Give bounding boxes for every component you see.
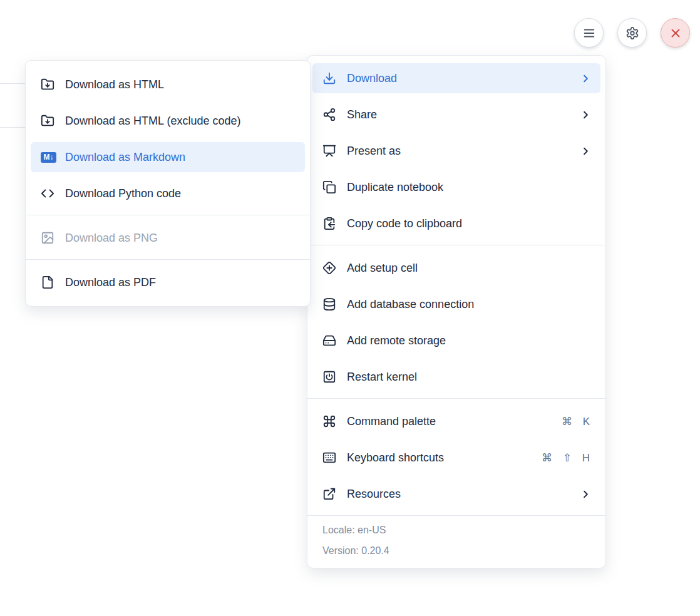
menu-item-label: Resources [347, 488, 580, 500]
menu-item-keyboard-shortcuts[interactable]: Keyboard shortcuts ⌘ ⇧ H [312, 443, 600, 473]
menu-item-resources[interactable]: Resources [312, 479, 600, 509]
settings-button[interactable] [617, 18, 647, 48]
menu-item-duplicate-notebook[interactable]: Duplicate notebook [312, 172, 600, 202]
menu-item-restart-kernel[interactable]: Restart kernel [312, 362, 600, 392]
chevron-right-icon [580, 73, 592, 85]
database-icon [322, 297, 336, 311]
menu-item-label: Present as [347, 145, 580, 157]
menu-item-label: Download as HTML (exclude code) [65, 115, 296, 126]
diamond-plus-icon [322, 261, 336, 275]
page-rule [0, 127, 26, 128]
menu-item-label: Restart kernel [347, 371, 592, 382]
page-rule [0, 83, 26, 84]
power-square-icon [322, 370, 336, 384]
menu-item-download-python-code[interactable]: Download Python code [31, 178, 305, 208]
menu-item-label: Share [347, 109, 580, 120]
menu-item-label: Add database connection [347, 299, 592, 310]
menu-item-download[interactable]: Download [312, 63, 600, 93]
external-link-icon [322, 487, 336, 501]
download-icon [322, 71, 336, 85]
menu-item-label: Download Python code [65, 188, 296, 199]
menu-item-add-setup-cell[interactable]: Add setup cell [312, 253, 600, 283]
chevron-right-icon [580, 488, 592, 500]
gear-icon [625, 26, 639, 40]
folder-down-icon [41, 114, 54, 128]
menu-button[interactable] [574, 18, 604, 48]
copy-icon [322, 180, 336, 194]
keyboard-icon [322, 451, 336, 465]
close-icon [669, 26, 682, 40]
code-icon [41, 187, 54, 200]
menu-item-download-pdf[interactable]: Download as PDF [31, 267, 305, 297]
menu-divider [307, 245, 605, 245]
menu-item-download-png[interactable]: Download as PNG [31, 223, 305, 253]
menu-item-label: Command palette [347, 416, 562, 427]
menu-item-add-database-connection[interactable]: Add database connection [312, 289, 600, 319]
image-icon [41, 231, 54, 245]
menu-item-download-html-exclude-code[interactable]: Download as HTML (exclude code) [31, 106, 305, 136]
share-icon [322, 108, 336, 121]
menu-item-command-palette[interactable]: Command palette ⌘ K [312, 406, 600, 436]
markdown-badge-icon: M↓ [41, 152, 56, 163]
close-button[interactable] [661, 18, 690, 48]
menu-item-label: Download [347, 73, 580, 84]
version-text: Version: 0.20.4 [322, 543, 590, 558]
menu-item-present-as[interactable]: Present as [312, 136, 600, 166]
command-icon [322, 414, 336, 428]
menu-item-label: Copy code to clipboard [347, 218, 592, 229]
file-icon [41, 275, 54, 289]
floating-toolbar [574, 18, 690, 48]
menu-item-download-markdown[interactable]: M↓ Download as Markdown [31, 142, 305, 172]
menu-item-label: Download as Markdown [65, 151, 296, 163]
menu-item-label: Add setup cell [347, 262, 592, 274]
menu-item-download-html[interactable]: Download as HTML [31, 69, 305, 100]
menu-footer: Locale: en-US Version: 0.20.4 [307, 515, 605, 567]
menu-item-add-remote-storage[interactable]: Add remote storage [312, 326, 600, 356]
menu-item-copy-code[interactable]: Copy code to clipboard [312, 208, 600, 239]
keyboard-shortcut-hint: ⌘ ⇧ H [542, 453, 592, 463]
menu-item-label: Download as PDF [65, 277, 296, 288]
menu-item-label: Duplicate notebook [347, 182, 592, 193]
chevron-right-icon [580, 109, 592, 121]
keyboard-shortcut-hint: ⌘ K [562, 416, 592, 427]
menu-item-label: Keyboard shortcuts [347, 452, 542, 463]
chevron-right-icon [580, 145, 592, 157]
menu-item-share[interactable]: Share [312, 100, 600, 130]
menu-divider [26, 215, 310, 215]
notebook-actions-menu: Download Share Present as Duplicate note… [307, 55, 606, 568]
menu-item-label: Add remote storage [347, 335, 592, 346]
menu-divider [307, 398, 605, 399]
hamburger-menu-icon [582, 26, 596, 40]
hard-drive-icon [322, 334, 336, 347]
menu-item-label: Download as HTML [65, 79, 296, 90]
presentation-icon [322, 144, 336, 158]
folder-down-icon [41, 78, 54, 91]
menu-divider [26, 259, 310, 260]
locale-text: Locale: en-US [322, 523, 590, 538]
download-submenu: Download as HTML Download as HTML (exclu… [25, 60, 311, 307]
clipboard-copy-icon [322, 217, 336, 230]
menu-item-label: Download as PNG [65, 232, 296, 244]
